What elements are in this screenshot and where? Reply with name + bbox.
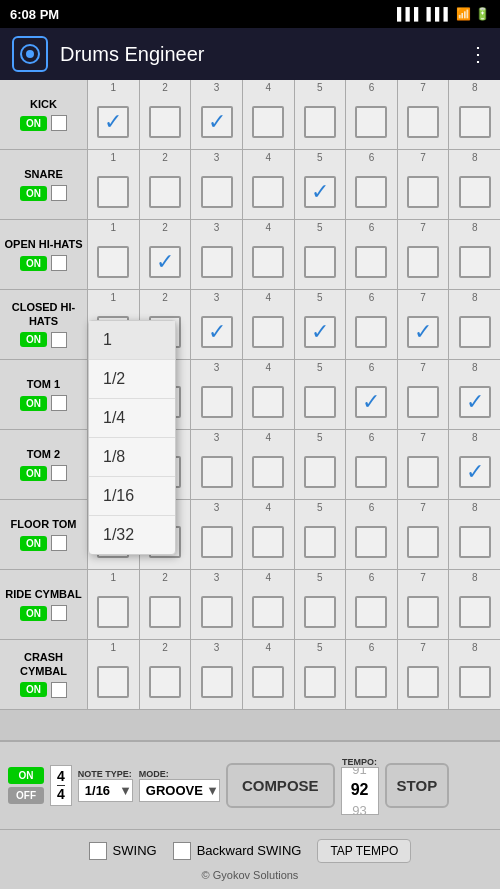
beat-checkbox-r8-b6[interactable]: [407, 666, 439, 698]
beat-checkbox-r4-b7[interactable]: ✓: [459, 386, 491, 418]
beat-checkbox-r8-b2[interactable]: [201, 666, 233, 698]
on-button-row-6[interactable]: ON: [20, 536, 47, 551]
row-mute-checkbox-1[interactable]: [51, 185, 67, 201]
beat-checkbox-r2-b4[interactable]: [304, 246, 336, 278]
beat-checkbox-r8-b5[interactable]: [355, 666, 387, 698]
row-mute-checkbox-5[interactable]: [51, 465, 67, 481]
note-type-selector[interactable]: 1/16: [78, 779, 133, 802]
mode-selector[interactable]: GROOVE: [139, 779, 220, 802]
on-button-row-4[interactable]: ON: [20, 396, 47, 411]
beat-checkbox-r2-b2[interactable]: [201, 246, 233, 278]
on-button-row-5[interactable]: ON: [20, 466, 47, 481]
beat-checkbox-r3-b3[interactable]: [252, 316, 284, 348]
beat-checkbox-r6-b7[interactable]: [459, 526, 491, 558]
beat-checkbox-r0-b6[interactable]: [407, 106, 439, 138]
on-button-row-1[interactable]: ON: [20, 186, 47, 201]
beat-checkbox-r1-b5[interactable]: [355, 176, 387, 208]
time-signature[interactable]: 4 4: [50, 765, 72, 806]
beat-checkbox-r7-b3[interactable]: [252, 596, 284, 628]
beat-checkbox-r7-b5[interactable]: [355, 596, 387, 628]
toolbar-off-button[interactable]: OFF: [8, 787, 44, 804]
on-button-row-8[interactable]: ON: [20, 682, 47, 697]
beat-checkbox-r4-b6[interactable]: [407, 386, 439, 418]
row-mute-checkbox-3[interactable]: [51, 332, 67, 348]
beat-checkbox-r4-b5[interactable]: ✓: [355, 386, 387, 418]
row-mute-checkbox-2[interactable]: [51, 255, 67, 271]
dropdown-item-thirtysecond[interactable]: 1/32: [89, 516, 175, 554]
beat-checkbox-r6-b6[interactable]: [407, 526, 439, 558]
stop-button[interactable]: STOP: [385, 763, 450, 808]
on-button-row-0[interactable]: ON: [20, 116, 47, 131]
row-mute-checkbox-8[interactable]: [51, 682, 67, 698]
beat-checkbox-r0-b0[interactable]: ✓: [97, 106, 129, 138]
beat-checkbox-r7-b6[interactable]: [407, 596, 439, 628]
dropdown-item-quarter[interactable]: 1/4: [89, 399, 175, 438]
beat-checkbox-r5-b4[interactable]: [304, 456, 336, 488]
tap-tempo-button[interactable]: TAP TEMPO: [317, 839, 411, 863]
beat-checkbox-r7-b0[interactable]: [97, 596, 129, 628]
row-mute-checkbox-7[interactable]: [51, 605, 67, 621]
beat-checkbox-r1-b3[interactable]: [252, 176, 284, 208]
beat-checkbox-r0-b1[interactable]: [149, 106, 181, 138]
beat-checkbox-r8-b4[interactable]: [304, 666, 336, 698]
beat-checkbox-r2-b1[interactable]: ✓: [149, 246, 181, 278]
beat-checkbox-r3-b2[interactable]: ✓: [201, 316, 233, 348]
beat-checkbox-r0-b2[interactable]: ✓: [201, 106, 233, 138]
beat-checkbox-r5-b6[interactable]: [407, 456, 439, 488]
dropdown-item-eighth[interactable]: 1/8: [89, 438, 175, 477]
beat-checkbox-r6-b5[interactable]: [355, 526, 387, 558]
toolbar-on-button[interactable]: ON: [8, 767, 44, 784]
beat-checkbox-r2-b3[interactable]: [252, 246, 284, 278]
row-mute-checkbox-0[interactable]: [51, 115, 67, 131]
row-mute-checkbox-4[interactable]: [51, 395, 67, 411]
beat-checkbox-r1-b6[interactable]: [407, 176, 439, 208]
beat-checkbox-r1-b0[interactable]: [97, 176, 129, 208]
backward-swing-checkbox[interactable]: [173, 842, 191, 860]
beat-checkbox-r6-b3[interactable]: [252, 526, 284, 558]
beat-checkbox-r5-b7[interactable]: ✓: [459, 456, 491, 488]
swing-checkbox[interactable]: [89, 842, 107, 860]
beat-checkbox-r3-b6[interactable]: ✓: [407, 316, 439, 348]
on-button-row-2[interactable]: ON: [20, 256, 47, 271]
beat-checkbox-r7-b7[interactable]: [459, 596, 491, 628]
beat-checkbox-r2-b7[interactable]: [459, 246, 491, 278]
tempo-scroller[interactable]: 91 92 93: [341, 767, 379, 815]
beat-checkbox-r8-b1[interactable]: [149, 666, 181, 698]
beat-checkbox-r0-b7[interactable]: [459, 106, 491, 138]
beat-checkbox-r7-b1[interactable]: [149, 596, 181, 628]
beat-checkbox-r4-b3[interactable]: [252, 386, 284, 418]
note-type-dropdown[interactable]: 1 1/2 1/4 1/8 1/16 1/32: [88, 320, 176, 555]
beat-checkbox-r0-b3[interactable]: [252, 106, 284, 138]
beat-checkbox-r0-b5[interactable]: [355, 106, 387, 138]
on-button-row-7[interactable]: ON: [20, 606, 47, 621]
row-mute-checkbox-6[interactable]: [51, 535, 67, 551]
beat-checkbox-r8-b0[interactable]: [97, 666, 129, 698]
beat-checkbox-r5-b2[interactable]: [201, 456, 233, 488]
dropdown-item-sixteenth[interactable]: 1/16: [89, 477, 175, 516]
beat-checkbox-r3-b4[interactable]: ✓: [304, 316, 336, 348]
beat-checkbox-r0-b4[interactable]: [304, 106, 336, 138]
beat-checkbox-r1-b7[interactable]: [459, 176, 491, 208]
beat-checkbox-r2-b6[interactable]: [407, 246, 439, 278]
beat-checkbox-r1-b1[interactable]: [149, 176, 181, 208]
beat-checkbox-r1-b2[interactable]: [201, 176, 233, 208]
compose-button[interactable]: COMPOSE: [226, 763, 335, 808]
dropdown-item-half[interactable]: 1/2: [89, 360, 175, 399]
beat-checkbox-r8-b3[interactable]: [252, 666, 284, 698]
beat-checkbox-r5-b5[interactable]: [355, 456, 387, 488]
beat-checkbox-r6-b4[interactable]: [304, 526, 336, 558]
beat-checkbox-r5-b3[interactable]: [252, 456, 284, 488]
beat-checkbox-r3-b5[interactable]: [355, 316, 387, 348]
beat-checkbox-r1-b4[interactable]: ✓: [304, 176, 336, 208]
beat-checkbox-r2-b5[interactable]: [355, 246, 387, 278]
beat-checkbox-r3-b7[interactable]: [459, 316, 491, 348]
dropdown-item-1[interactable]: 1: [89, 321, 175, 360]
beat-checkbox-r8-b7[interactable]: [459, 666, 491, 698]
beat-checkbox-r2-b0[interactable]: [97, 246, 129, 278]
beat-checkbox-r4-b4[interactable]: [304, 386, 336, 418]
menu-icon[interactable]: ⋮: [468, 42, 488, 66]
beat-checkbox-r6-b2[interactable]: [201, 526, 233, 558]
on-button-row-3[interactable]: ON: [20, 332, 47, 347]
beat-checkbox-r7-b2[interactable]: [201, 596, 233, 628]
beat-checkbox-r7-b4[interactable]: [304, 596, 336, 628]
